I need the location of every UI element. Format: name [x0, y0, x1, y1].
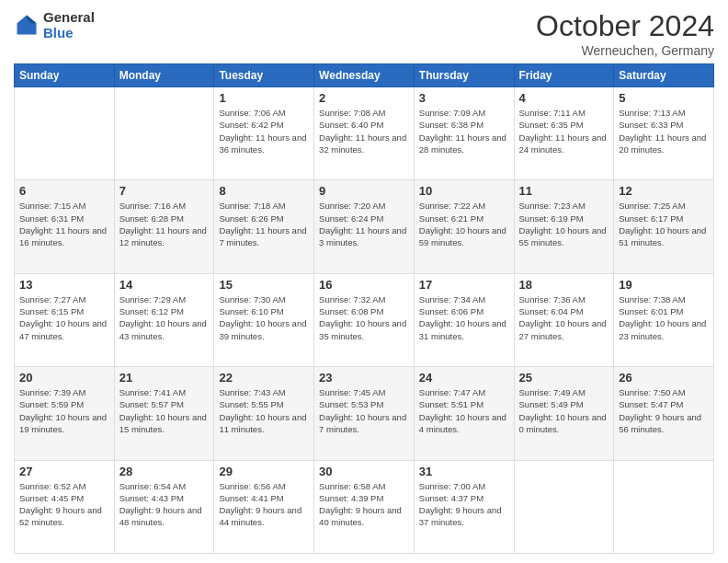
calendar-cell-w1d2: 8Sunrise: 7:18 AM Sunset: 6:26 PM Daylig…	[214, 180, 314, 273]
day-info-5: Sunrise: 7:13 AM Sunset: 6:33 PM Dayligh…	[619, 107, 709, 155]
day-number-11: 11	[519, 184, 609, 198]
calendar-cell-w2d3: 16Sunrise: 7:32 AM Sunset: 6:08 PM Dayli…	[314, 273, 415, 366]
day-number-13: 13	[19, 278, 109, 292]
day-number-5: 5	[619, 91, 709, 105]
day-number-8: 8	[219, 184, 309, 198]
day-number-3: 3	[419, 91, 509, 105]
header-thursday: Thursday	[414, 64, 514, 87]
day-info-30: Sunrise: 6:58 AM Sunset: 4:39 PM Dayligh…	[319, 480, 409, 529]
day-number-16: 16	[319, 278, 409, 292]
calendar-cell-w3d6: 26Sunrise: 7:50 AM Sunset: 5:47 PM Dayli…	[614, 367, 714, 460]
day-info-3: Sunrise: 7:09 AM Sunset: 6:38 PM Dayligh…	[419, 107, 509, 155]
day-number-12: 12	[619, 184, 709, 198]
calendar-cell-w0d6: 5Sunrise: 7:13 AM Sunset: 6:33 PM Daylig…	[614, 87, 714, 180]
day-number-10: 10	[419, 184, 509, 198]
calendar-cell-w0d3: 2Sunrise: 7:08 AM Sunset: 6:40 PM Daylig…	[314, 87, 415, 180]
day-info-17: Sunrise: 7:34 AM Sunset: 6:06 PM Dayligh…	[419, 293, 509, 342]
day-number-29: 29	[219, 465, 309, 478]
day-number-25: 25	[519, 371, 609, 385]
day-info-25: Sunrise: 7:49 AM Sunset: 5:49 PM Dayligh…	[519, 386, 609, 435]
calendar-cell-w0d2: 1Sunrise: 7:06 AM Sunset: 6:42 PM Daylig…	[214, 87, 314, 180]
calendar-table: Sunday Monday Tuesday Wednesday Thursday…	[14, 63, 714, 554]
day-number-15: 15	[219, 278, 309, 292]
day-number-31: 31	[419, 465, 509, 478]
day-number-21: 21	[119, 371, 210, 385]
day-number-17: 17	[419, 278, 509, 292]
calendar-cell-w2d1: 14Sunrise: 7:29 AM Sunset: 6:12 PM Dayli…	[114, 273, 214, 366]
day-number-20: 20	[19, 371, 109, 385]
calendar-cell-w2d4: 17Sunrise: 7:34 AM Sunset: 6:06 PM Dayli…	[414, 273, 514, 366]
week-row-4: 27Sunrise: 6:52 AM Sunset: 4:45 PM Dayli…	[15, 460, 714, 553]
calendar-cell-w1d3: 9Sunrise: 7:20 AM Sunset: 6:24 PM Daylig…	[314, 180, 415, 273]
calendar-cell-w2d6: 19Sunrise: 7:38 AM Sunset: 6:01 PM Dayli…	[614, 273, 714, 366]
day-number-9: 9	[319, 184, 409, 198]
day-number-1: 1	[219, 91, 309, 105]
week-row-2: 13Sunrise: 7:27 AM Sunset: 6:15 PM Dayli…	[15, 273, 714, 366]
day-info-16: Sunrise: 7:32 AM Sunset: 6:08 PM Dayligh…	[319, 293, 409, 342]
header-saturday: Saturday	[614, 64, 714, 87]
day-info-28: Sunrise: 6:54 AM Sunset: 4:43 PM Dayligh…	[119, 480, 210, 529]
day-info-21: Sunrise: 7:41 AM Sunset: 5:57 PM Dayligh…	[119, 386, 210, 435]
header-wednesday: Wednesday	[314, 64, 415, 87]
day-info-18: Sunrise: 7:36 AM Sunset: 6:04 PM Dayligh…	[519, 293, 609, 342]
day-number-22: 22	[219, 371, 309, 385]
day-info-1: Sunrise: 7:06 AM Sunset: 6:42 PM Dayligh…	[219, 107, 309, 155]
day-number-24: 24	[419, 371, 509, 385]
calendar-cell-w4d1: 28Sunrise: 6:54 AM Sunset: 4:43 PM Dayli…	[114, 460, 214, 553]
calendar-cell-w3d4: 24Sunrise: 7:47 AM Sunset: 5:51 PM Dayli…	[414, 367, 514, 460]
logo-text: General Blue	[43, 9, 95, 40]
day-number-4: 4	[519, 91, 609, 105]
day-info-24: Sunrise: 7:47 AM Sunset: 5:51 PM Dayligh…	[419, 386, 509, 435]
day-info-12: Sunrise: 7:25 AM Sunset: 6:17 PM Dayligh…	[619, 200, 709, 248]
day-info-8: Sunrise: 7:18 AM Sunset: 6:26 PM Dayligh…	[219, 200, 309, 248]
page: General Blue October 2024 Werneuchen, Ge…	[0, 0, 728, 563]
day-number-6: 6	[19, 184, 109, 198]
calendar-cell-w4d6	[614, 460, 714, 553]
day-info-20: Sunrise: 7:39 AM Sunset: 5:59 PM Dayligh…	[19, 386, 109, 435]
day-number-19: 19	[619, 278, 709, 292]
day-number-27: 27	[19, 465, 109, 478]
location-subtitle: Werneuchen, Germany	[536, 43, 714, 58]
calendar-cell-w2d0: 13Sunrise: 7:27 AM Sunset: 6:15 PM Dayli…	[15, 273, 115, 366]
day-info-19: Sunrise: 7:38 AM Sunset: 6:01 PM Dayligh…	[619, 293, 709, 342]
calendar-cell-w4d3: 30Sunrise: 6:58 AM Sunset: 4:39 PM Dayli…	[314, 460, 415, 553]
calendar-cell-w4d5	[514, 460, 614, 553]
day-info-26: Sunrise: 7:50 AM Sunset: 5:47 PM Dayligh…	[619, 386, 709, 435]
day-info-22: Sunrise: 7:43 AM Sunset: 5:55 PM Dayligh…	[219, 386, 309, 435]
calendar-cell-w2d2: 15Sunrise: 7:30 AM Sunset: 6:10 PM Dayli…	[214, 273, 314, 366]
header-monday: Monday	[114, 64, 214, 87]
day-info-2: Sunrise: 7:08 AM Sunset: 6:40 PM Dayligh…	[319, 107, 409, 155]
day-info-9: Sunrise: 7:20 AM Sunset: 6:24 PM Dayligh…	[319, 200, 409, 248]
title-block: October 2024 Werneuchen, Germany	[536, 9, 714, 58]
calendar-cell-w1d5: 11Sunrise: 7:23 AM Sunset: 6:19 PM Dayli…	[514, 180, 614, 273]
calendar-header-row: Sunday Monday Tuesday Wednesday Thursday…	[15, 64, 714, 87]
calendar-cell-w3d5: 25Sunrise: 7:49 AM Sunset: 5:49 PM Dayli…	[514, 367, 614, 460]
calendar-cell-w1d6: 12Sunrise: 7:25 AM Sunset: 6:17 PM Dayli…	[614, 180, 714, 273]
calendar-cell-w4d4: 31Sunrise: 7:00 AM Sunset: 4:37 PM Dayli…	[414, 460, 514, 553]
day-info-31: Sunrise: 7:00 AM Sunset: 4:37 PM Dayligh…	[419, 480, 509, 529]
day-number-28: 28	[119, 465, 210, 478]
week-row-0: 1Sunrise: 7:06 AM Sunset: 6:42 PM Daylig…	[15, 87, 714, 180]
calendar-cell-w3d1: 21Sunrise: 7:41 AM Sunset: 5:57 PM Dayli…	[114, 367, 214, 460]
header-friday: Friday	[514, 64, 614, 87]
day-info-29: Sunrise: 6:56 AM Sunset: 4:41 PM Dayligh…	[219, 480, 309, 529]
day-number-23: 23	[319, 371, 409, 385]
calendar-cell-w3d3: 23Sunrise: 7:45 AM Sunset: 5:53 PM Dayli…	[314, 367, 415, 460]
calendar-cell-w1d1: 7Sunrise: 7:16 AM Sunset: 6:28 PM Daylig…	[114, 180, 214, 273]
month-title: October 2024	[536, 9, 714, 43]
day-number-30: 30	[319, 465, 409, 478]
calendar-cell-w0d1	[114, 87, 214, 180]
header: General Blue October 2024 Werneuchen, Ge…	[14, 9, 714, 58]
logo: General Blue	[14, 9, 95, 40]
day-info-6: Sunrise: 7:15 AM Sunset: 6:31 PM Dayligh…	[19, 200, 109, 248]
day-info-15: Sunrise: 7:30 AM Sunset: 6:10 PM Dayligh…	[219, 293, 309, 342]
day-info-13: Sunrise: 7:27 AM Sunset: 6:15 PM Dayligh…	[19, 293, 109, 342]
day-number-14: 14	[119, 278, 210, 292]
day-number-7: 7	[119, 184, 210, 198]
calendar-cell-w1d0: 6Sunrise: 7:15 AM Sunset: 6:31 PM Daylig…	[15, 180, 115, 273]
calendar-cell-w0d0	[15, 87, 115, 180]
day-info-7: Sunrise: 7:16 AM Sunset: 6:28 PM Dayligh…	[119, 200, 210, 248]
calendar-cell-w0d5: 4Sunrise: 7:11 AM Sunset: 6:35 PM Daylig…	[514, 87, 614, 180]
calendar-cell-w4d2: 29Sunrise: 6:56 AM Sunset: 4:41 PM Dayli…	[214, 460, 314, 553]
calendar-cell-w2d5: 18Sunrise: 7:36 AM Sunset: 6:04 PM Dayli…	[514, 273, 614, 366]
